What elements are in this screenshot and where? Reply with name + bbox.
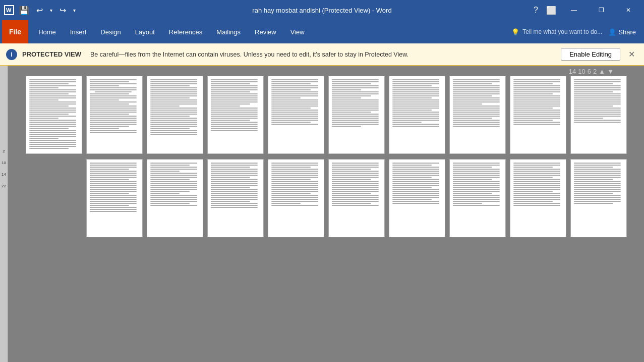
page-thumb-19[interactable] [570, 159, 627, 237]
page-thumb-8[interactable] [449, 76, 506, 154]
ruler-arrow-down[interactable]: ▼ [607, 68, 614, 75]
save-quick-icon[interactable]: 💾 [17, 5, 31, 16]
tab-design[interactable]: Design [93, 20, 128, 43]
page-thumb-4[interactable] [207, 76, 264, 154]
left-ruler: 2 10 14 22 [0, 66, 8, 362]
ruler-num-14: 14 [569, 68, 576, 75]
ribbon-display-icon[interactable]: ⬜ [544, 5, 558, 16]
page-thumb-1[interactable] [26, 76, 82, 154]
page-thumb-9[interactable] [510, 76, 566, 154]
ruler-num-10: 10 [578, 68, 585, 75]
page-thumb-15[interactable] [328, 159, 385, 237]
svg-text:W: W [6, 7, 12, 13]
ribbon: File Home Insert Design Layout Reference… [0, 20, 644, 43]
ruler-mark-22: 22 [2, 184, 6, 188]
protected-label: PROTECTED VIEW [22, 50, 81, 58]
file-tab[interactable]: File [2, 20, 28, 43]
page-thumb-13[interactable] [207, 159, 264, 237]
tab-layout[interactable]: Layout [128, 20, 162, 43]
word-icon: W [4, 5, 14, 15]
title-bar: W 💾 ↩ ▾ ↪ ▾ rah hay mosbat andishi (Prot… [0, 0, 644, 20]
title-bar-right: ? ⬜ — ❐ ✕ [532, 3, 640, 18]
share-btn[interactable]: 👤 Share [602, 26, 642, 38]
undo-btn[interactable]: ↩ [34, 5, 45, 16]
page-thumb-7[interactable] [389, 76, 445, 154]
pages-row-1 [26, 76, 627, 154]
pages-row-2 [86, 159, 627, 237]
tab-references[interactable]: References [162, 20, 209, 43]
page-thumb-16[interactable] [389, 159, 445, 237]
page-thumb-3[interactable] [147, 76, 203, 154]
redo-btn[interactable]: ↪ [57, 5, 68, 16]
protected-message: Be careful—files from the Internet can c… [90, 51, 556, 58]
tell-me-input[interactable]: 💡 Tell me what you want to do... [511, 28, 602, 36]
tab-review[interactable]: Review [248, 20, 283, 43]
ruler-mark-2: 2 [3, 149, 5, 153]
ruler-num-6: 6 [588, 68, 591, 75]
help-icon[interactable]: ? [532, 5, 540, 16]
title-bar-left: W 💾 ↩ ▾ ↪ ▾ [4, 5, 78, 16]
page-thumb-10[interactable] [570, 76, 627, 154]
restore-btn[interactable]: ❐ [590, 3, 613, 18]
pages-container[interactable] [8, 66, 644, 362]
page-thumb-11[interactable] [86, 159, 143, 237]
page-thumb-2[interactable] [86, 76, 143, 154]
page-thumb-6[interactable] [328, 76, 385, 154]
protected-view-bar: i PROTECTED VIEW Be careful—files from t… [0, 43, 644, 66]
tell-me-text[interactable]: Tell me what you want to do... [522, 28, 602, 35]
undo-arrow: ▾ [48, 7, 54, 14]
lightbulb-icon: 💡 [511, 28, 519, 36]
document-area: 2 10 14 22 14 10 6 2 ▲ ▼ [0, 66, 644, 362]
protected-info-icon: i [6, 49, 17, 60]
share-person-icon: 👤 [608, 28, 616, 36]
tab-insert[interactable]: Insert [63, 20, 94, 43]
page-thumb-12[interactable] [147, 159, 203, 237]
ruler-mark-14: 14 [2, 172, 6, 177]
page-thumb-17[interactable] [449, 159, 506, 237]
page-thumb-5[interactable] [268, 76, 324, 154]
minimize-btn[interactable]: — [562, 3, 586, 18]
document-title: rah hay mosbat andishi (Protected View) … [252, 7, 391, 14]
quick-access-more[interactable]: ▾ [71, 7, 78, 14]
close-btn[interactable]: ✕ [617, 3, 640, 18]
ruler-num-2: 2 [593, 68, 597, 75]
page-thumb-14[interactable] [268, 159, 324, 237]
tab-home[interactable]: Home [31, 20, 63, 43]
enable-editing-button[interactable]: Enable Editing [561, 48, 620, 61]
ruler-mark-10: 10 [2, 161, 6, 165]
close-protected-bar-btn[interactable]: ✕ [625, 48, 638, 60]
top-ruler: 14 10 6 2 ▲ ▼ [569, 68, 614, 75]
tab-mailings[interactable]: Mailings [209, 20, 248, 43]
page-thumb-18[interactable] [510, 159, 566, 237]
tab-view[interactable]: View [283, 20, 312, 43]
ruler-arrow-up[interactable]: ▲ [599, 68, 605, 75]
ribbon-tabs: Home Insert Design Layout References Mai… [31, 20, 311, 43]
